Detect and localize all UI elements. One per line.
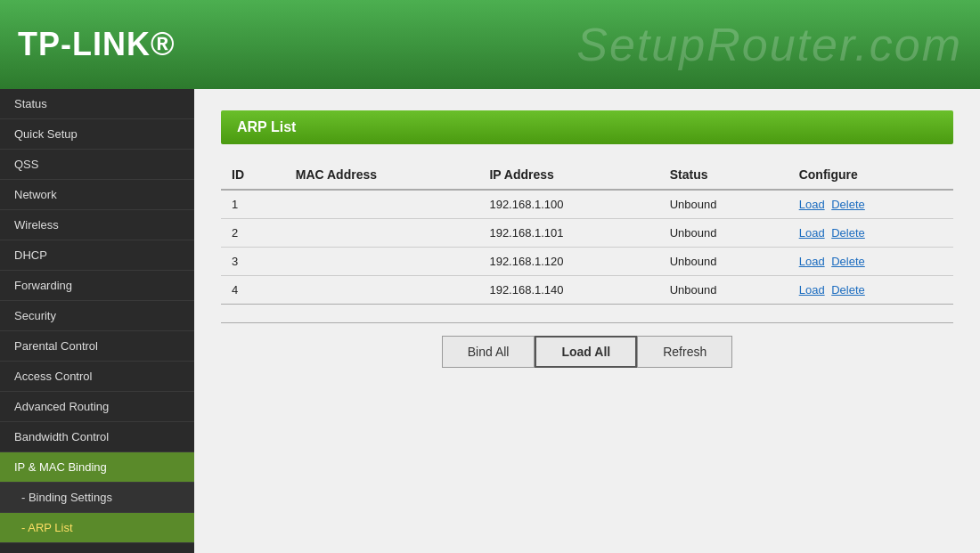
bind-all-button[interactable]: Bind All [442,336,535,368]
cell-ip: 192.168.1.120 [478,248,658,276]
delete-link-3[interactable]: Delete [831,255,865,268]
table-row: 1 192.168.1.100 Unbound Load Delete [221,190,953,219]
load-link-2[interactable]: Load [799,226,825,240]
cell-ip: 192.168.1.100 [478,190,658,219]
divider [221,322,953,323]
sidebar-item-binding-settings[interactable]: - Binding Settings [0,483,194,513]
table-row: 2 192.168.1.101 Unbound Load Delete [221,219,953,248]
col-header-id: ID [221,160,285,190]
load-link-3[interactable]: Load [799,255,825,268]
cell-ip: 192.168.1.101 [478,219,658,248]
cell-configure: Load Delete [788,219,953,248]
cell-configure: Load Delete [788,276,953,305]
col-header-status: Status [659,160,788,190]
sidebar-item-advanced-routing[interactable]: Advanced Routing [0,392,194,422]
sidebar-item-dhcp[interactable]: DHCP [0,240,194,271]
delete-link-1[interactable]: Delete [831,198,865,211]
cell-mac [285,190,479,219]
load-all-button[interactable]: Load All [535,336,637,368]
sidebar-item-status[interactable]: Status [0,89,194,119]
col-header-mac: MAC Address [285,160,479,190]
watermark: SetupRouter.com [576,18,962,71]
sidebar-item-arp-list[interactable]: - ARP List [0,513,194,543]
cell-status: Unbound [659,219,788,248]
delete-link-4[interactable]: Delete [831,283,865,297]
cell-id: 3 [221,248,285,276]
section-title: ARP List [221,110,953,144]
sidebar-item-parental-control[interactable]: Parental Control [0,331,194,362]
delete-link-2[interactable]: Delete [831,226,865,240]
button-row: Bind All Load All Refresh [221,336,953,368]
arp-table: ID MAC Address IP Address Status Configu… [221,160,953,305]
table-row: 3 192.168.1.120 Unbound Load Delete [221,248,953,276]
cell-ip: 192.168.1.140 [478,276,658,305]
cell-id: 4 [221,276,285,305]
main-layout: Status Quick Setup QSS Network Wireless … [0,89,980,553]
logo: TP-LINK® [18,26,176,63]
cell-mac [285,219,479,248]
sidebar-item-ip-mac-binding[interactable]: IP & MAC Binding [0,452,194,483]
sidebar-item-forwarding[interactable]: Forwarding [0,271,194,301]
load-link-4[interactable]: Load [799,283,825,297]
load-link-1[interactable]: Load [799,198,825,211]
sidebar-item-network[interactable]: Network [0,180,194,210]
sidebar-item-security[interactable]: Security [0,301,194,331]
cell-configure: Load Delete [788,248,953,276]
refresh-button[interactable]: Refresh [637,336,732,368]
sidebar-item-quick-setup[interactable]: Quick Setup [0,119,194,150]
cell-mac [285,248,479,276]
sidebar-item-access-control[interactable]: Access Control [0,362,194,392]
cell-status: Unbound [659,190,788,219]
cell-mac [285,276,479,305]
cell-id: 2 [221,219,285,248]
col-header-ip: IP Address [478,160,658,190]
sidebar: Status Quick Setup QSS Network Wireless … [0,89,194,553]
sidebar-item-bandwidth-control[interactable]: Bandwidth Control [0,422,194,452]
sidebar-item-wireless[interactable]: Wireless [0,210,194,240]
cell-id: 1 [221,190,285,219]
logo-symbol: ® [151,26,176,62]
header: TP-LINK® SetupRouter.com [0,0,980,89]
table-row: 4 192.168.1.140 Unbound Load Delete [221,276,953,305]
cell-status: Unbound [659,248,788,276]
logo-text: TP-LINK [18,26,151,62]
cell-configure: Load Delete [788,190,953,219]
content-area: ARP List ID MAC Address IP Address Statu… [194,89,980,553]
sidebar-item-dynamic-dns[interactable]: Dynamic DNS [0,543,194,553]
sidebar-item-qss[interactable]: QSS [0,150,194,180]
cell-status: Unbound [659,276,788,305]
col-header-configure: Configure [788,160,953,190]
